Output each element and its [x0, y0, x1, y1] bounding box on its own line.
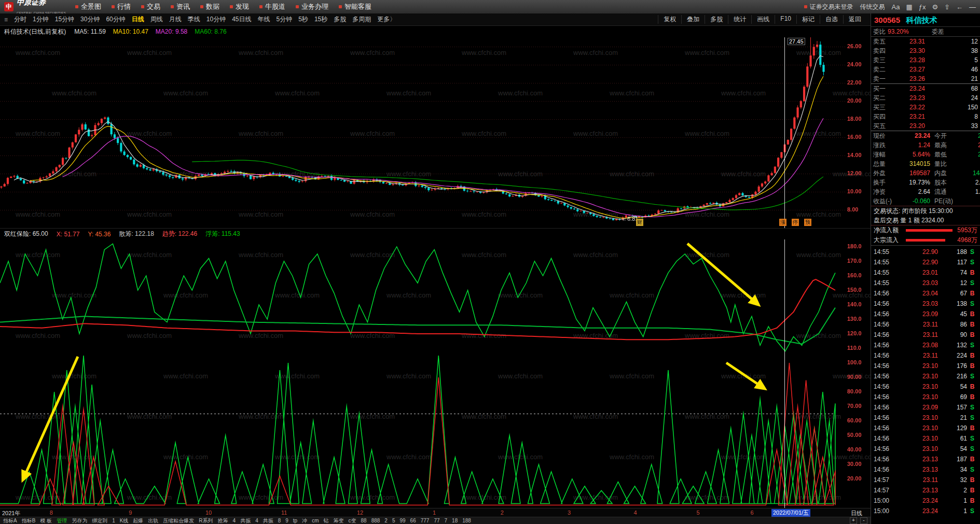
indicator-shortcut-8[interactable]: K线: [120, 517, 129, 524]
period-tab-2[interactable]: 1分钟: [33, 15, 49, 24]
back-icon[interactable]: ←: [956, 3, 963, 11]
indicator-shortcut-27[interactable]: 888: [371, 518, 380, 523]
event-badge-4[interactable]: 预: [804, 219, 811, 226]
indicator-shortcut-32[interactable]: 777: [421, 518, 430, 523]
indicator-shortcut-28[interactable]: 2: [384, 518, 388, 523]
indicator-shortcut-20[interactable]: tp: [293, 518, 297, 523]
sell-level-row[interactable]: 卖四23.3038: [871, 46, 980, 55]
toolbar-action-7[interactable]: 标记: [796, 15, 820, 24]
indicator-shortcut-31[interactable]: 66: [410, 518, 416, 523]
period-tab-13[interactable]: 5分钟: [277, 15, 293, 24]
indicator-shortcut-25[interactable]: c变: [349, 517, 356, 524]
indicator-shortcut-3[interactable]: 模 板: [40, 517, 52, 524]
period-tab-18[interactable]: 更多〉: [377, 15, 396, 24]
main-chart-canvas[interactable]: [0, 37, 871, 228]
indicator-shortcut-23[interactable]: 钻: [324, 517, 329, 524]
multi-grid-icon[interactable]: ▦: [906, 3, 912, 11]
indicator-shortcut-29[interactable]: 5: [392, 518, 395, 523]
font-size-icon[interactable]: Aa: [892, 3, 900, 11]
indicator-shortcut-22[interactable]: cm: [312, 518, 319, 523]
period-tab-4[interactable]: 30分钟: [80, 15, 100, 24]
toolbar-action-4[interactable]: 统计: [728, 15, 751, 24]
indicator-shortcut-33[interactable]: 77: [434, 518, 439, 523]
indicator-shortcut-24[interactable]: 筹变: [334, 517, 344, 524]
indicator-shortcut-26[interactable]: 88: [361, 518, 367, 523]
period-tab-17[interactable]: 多周期: [352, 15, 371, 24]
indicator-shortcut-6[interactable]: 绑定到: [92, 517, 107, 524]
period-tab-15[interactable]: 15秒: [314, 15, 327, 24]
menu-item-5[interactable]: 数据: [200, 2, 219, 11]
buy-level-row[interactable]: 买五23.2033: [871, 121, 980, 131]
sell-level-row[interactable]: 卖五23.3112: [871, 37, 980, 46]
indicator-shortcut-1[interactable]: 指标A: [3, 517, 17, 524]
period-tab-3[interactable]: 15分钟: [55, 15, 74, 24]
indicator-shortcut-35[interactable]: 18: [452, 518, 458, 523]
menu-item-6[interactable]: 发现: [230, 2, 249, 11]
indicator-shortcut-11[interactable]: 压缩粘合爆发: [163, 517, 194, 524]
period-tab-10[interactable]: 10分钟: [206, 15, 226, 24]
indicator-shortcut-10[interactable]: 出轨: [148, 517, 158, 524]
indicator-shortcut-19[interactable]: 9: [285, 518, 288, 523]
classic-trade-button[interactable]: 传统交易: [860, 3, 885, 11]
toolbar-action-5[interactable]: 画线: [751, 15, 775, 24]
indicator-shortcut-13[interactable]: 抢筹: [218, 517, 228, 524]
indicator-shortcut-21[interactable]: 冲: [302, 517, 307, 524]
sell-level-row[interactable]: 卖二23.2746: [871, 65, 980, 74]
menu-item-9[interactable]: 智能客服: [339, 2, 371, 11]
period-tab-9[interactable]: 季线: [188, 15, 200, 24]
indicator-shortcut-14[interactable]: 4: [233, 518, 236, 523]
period-tab-14[interactable]: 5秒: [298, 15, 308, 24]
menu-item-7[interactable]: 牛股道: [259, 2, 285, 11]
sell-level-row[interactable]: 卖一23.2621: [871, 74, 980, 83]
period-tab-11[interactable]: 45日线: [232, 15, 251, 24]
sell-level-row[interactable]: 卖三23.285: [871, 55, 980, 65]
buy-level-row[interactable]: 买三23.22150: [871, 103, 980, 112]
period-tab-6[interactable]: 日线: [132, 15, 144, 24]
period-tab-1[interactable]: 分时: [14, 15, 26, 24]
indicator-shortcut-30[interactable]: 99: [399, 518, 405, 523]
menu-item-8[interactable]: 业务办理: [296, 2, 328, 11]
indicator-shortcut-34[interactable]: 7: [445, 518, 448, 523]
toolbar-action-3[interactable]: 多股: [705, 15, 728, 24]
indicator-shortcut-9[interactable]: 起爆: [133, 517, 143, 524]
indicator-shortcut-5[interactable]: 另存为: [72, 517, 87, 524]
toolbar-action-1[interactable]: 复权: [658, 15, 681, 24]
period-tab-12[interactable]: 年线: [258, 15, 270, 24]
period-tab-7[interactable]: 周线: [150, 15, 163, 24]
indicator-shortcut-12[interactable]: R系列: [199, 517, 213, 524]
buy-level-row[interactable]: 买四23.218: [871, 112, 980, 121]
trade-login-button[interactable]: 证券交易未登录: [804, 3, 853, 11]
indicator-shortcut-18[interactable]: 8: [278, 518, 281, 523]
formula-icon[interactable]: ƒx: [919, 3, 926, 11]
zoom-out-button[interactable]: -: [860, 517, 867, 524]
indicator-shortcut-17[interactable]: 共振: [263, 517, 273, 524]
toolbar-action-6[interactable]: F10: [775, 15, 796, 24]
menu-item-4[interactable]: 资讯: [171, 2, 190, 11]
indicator-canvas[interactable]: [0, 239, 871, 508]
indicator-shortcut-36[interactable]: 188: [462, 518, 471, 523]
event-badge-2[interactable]: 涨: [779, 219, 786, 226]
indicator-shortcut-15[interactable]: 共振: [240, 517, 251, 524]
menu-item-3[interactable]: 交易: [141, 2, 160, 11]
minimize-icon[interactable]: —: [969, 3, 976, 11]
period-tab-16[interactable]: 多股: [334, 15, 346, 24]
menu-item-1[interactable]: 全景图: [75, 2, 101, 11]
period-tab-8[interactable]: 月线: [169, 15, 182, 24]
toolbar-action-8[interactable]: 自选: [820, 15, 843, 24]
toolbar-action-2[interactable]: 叠加: [681, 15, 705, 24]
settings-icon[interactable]: ⚙: [932, 3, 938, 11]
indicator-shortcut-2[interactable]: 指标B: [22, 517, 36, 524]
layout-icon[interactable]: ≡: [4, 16, 8, 23]
menu-item-2[interactable]: 行情: [112, 2, 131, 11]
buy-level-row[interactable]: 买一23.2468: [871, 84, 980, 93]
toolbar-action-9[interactable]: 返回: [843, 15, 866, 24]
indicator-shortcut-7[interactable]: 1: [112, 518, 115, 523]
event-badge-3[interactable]: 停: [792, 219, 799, 226]
event-badge-1[interactable]: 财: [636, 219, 643, 226]
period-tab-5[interactable]: 60分钟: [106, 15, 125, 24]
upgrade-icon[interactable]: ⇧: [944, 3, 950, 11]
buy-level-row[interactable]: 买二23.2324: [871, 93, 980, 103]
zoom-in-button[interactable]: +: [850, 517, 857, 524]
indicator-shortcut-4[interactable]: 管理: [57, 517, 67, 524]
indicator-shortcut-16[interactable]: 4: [255, 518, 258, 523]
